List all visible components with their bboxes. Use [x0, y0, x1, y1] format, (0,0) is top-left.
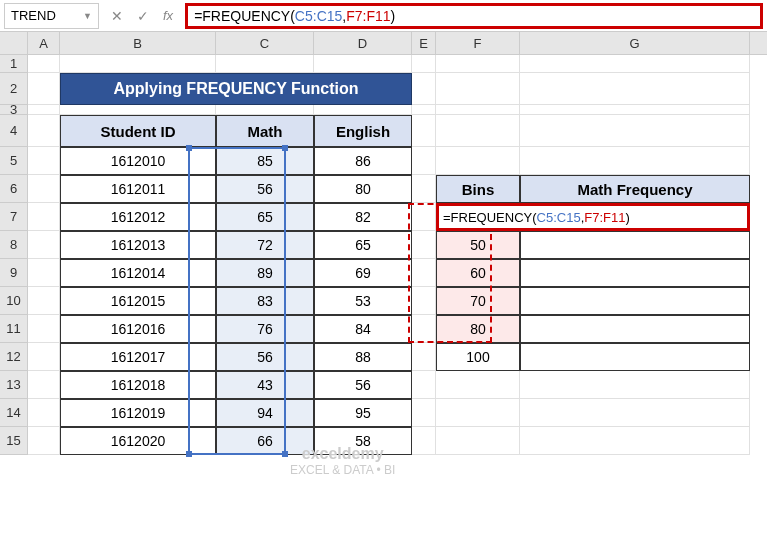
cell[interactable] — [28, 175, 60, 203]
cell[interactable] — [412, 203, 436, 231]
cell-english[interactable]: 82 — [314, 203, 412, 231]
cell-student-id[interactable]: 1612015 — [60, 287, 216, 315]
col-header-C[interactable]: C — [216, 32, 314, 54]
cell-bins[interactable]: 60 — [436, 259, 520, 287]
header-student-id[interactable]: Student ID — [60, 115, 216, 147]
cell[interactable] — [28, 399, 60, 427]
cell[interactable] — [28, 203, 60, 231]
cell-frequency[interactable] — [520, 343, 750, 371]
cell[interactable] — [412, 343, 436, 371]
cell[interactable] — [412, 371, 436, 399]
cell-math[interactable]: 72 — [216, 231, 314, 259]
cell[interactable] — [412, 427, 436, 455]
cell-english[interactable]: 84 — [314, 315, 412, 343]
row-header-15[interactable]: 15 — [0, 427, 28, 455]
enter-icon[interactable]: ✓ — [137, 8, 149, 24]
cell-student-id[interactable]: 1612019 — [60, 399, 216, 427]
cell-english[interactable]: 88 — [314, 343, 412, 371]
cell[interactable] — [314, 55, 412, 73]
row-header-12[interactable]: 12 — [0, 343, 28, 371]
header-english[interactable]: English — [314, 115, 412, 147]
cell-frequency[interactable] — [520, 259, 750, 287]
col-header-B[interactable]: B — [60, 32, 216, 54]
cell[interactable] — [520, 399, 750, 427]
row-header-1[interactable]: 1 — [0, 55, 28, 73]
cell-math[interactable]: 56 — [216, 175, 314, 203]
cell[interactable] — [216, 105, 314, 115]
cell[interactable] — [436, 115, 520, 147]
title-cell[interactable]: Applying FREQUENCY Function — [60, 73, 412, 105]
cell[interactable] — [28, 105, 60, 115]
cell[interactable] — [60, 105, 216, 115]
cell[interactable] — [28, 147, 60, 175]
cell[interactable] — [28, 231, 60, 259]
cell[interactable] — [28, 427, 60, 455]
col-header-A[interactable]: A — [28, 32, 60, 54]
cell-bins[interactable]: 50 — [436, 231, 520, 259]
cell[interactable] — [28, 115, 60, 147]
cell[interactable] — [60, 55, 216, 73]
select-all-corner[interactable] — [0, 32, 28, 54]
row-header-10[interactable]: 10 — [0, 287, 28, 315]
cell[interactable] — [520, 55, 750, 73]
cell[interactable] — [520, 427, 750, 455]
row-header-5[interactable]: 5 — [0, 147, 28, 175]
formula-input[interactable]: =FREQUENCY(C5:C15,F7:F11) — [185, 3, 763, 29]
cell-math[interactable]: 85 — [216, 147, 314, 175]
grid[interactable]: 1 2 Applying FREQUENCY Function 3 — [0, 55, 767, 455]
cell-student-id[interactable]: 1612010 — [60, 147, 216, 175]
cell-student-id[interactable]: 1612011 — [60, 175, 216, 203]
cell[interactable] — [436, 399, 520, 427]
cell-student-id[interactable]: 1612016 — [60, 315, 216, 343]
cell-student-id[interactable]: 1612013 — [60, 231, 216, 259]
cell-english[interactable]: 80 — [314, 175, 412, 203]
cell[interactable] — [436, 427, 520, 455]
cell-frequency[interactable] — [520, 315, 750, 343]
cell[interactable] — [412, 105, 436, 115]
header-math-frequency[interactable]: Math Frequency — [520, 175, 750, 203]
col-header-D[interactable]: D — [314, 32, 412, 54]
cell-math[interactable]: 83 — [216, 287, 314, 315]
row-header-4[interactable]: 4 — [0, 115, 28, 147]
row-header-9[interactable]: 9 — [0, 259, 28, 287]
cell[interactable] — [412, 399, 436, 427]
cell[interactable] — [412, 147, 436, 175]
cell-math[interactable]: 89 — [216, 259, 314, 287]
cell-student-id[interactable]: 1612012 — [60, 203, 216, 231]
cell[interactable] — [28, 315, 60, 343]
header-bins[interactable]: Bins — [436, 175, 520, 203]
cell-bins[interactable]: 80 — [436, 315, 520, 343]
cell[interactable] — [412, 231, 436, 259]
cell-math[interactable]: 43 — [216, 371, 314, 399]
row-header-13[interactable]: 13 — [0, 371, 28, 399]
cell-math[interactable]: 76 — [216, 315, 314, 343]
cell-english[interactable]: 58 — [314, 427, 412, 455]
row-header-3[interactable]: 3 — [0, 105, 28, 115]
cell[interactable] — [28, 371, 60, 399]
cell-student-id[interactable]: 1612014 — [60, 259, 216, 287]
cell-bins[interactable]: 100 — [436, 343, 520, 371]
row-header-8[interactable]: 8 — [0, 231, 28, 259]
cell[interactable] — [412, 175, 436, 203]
cell[interactable] — [436, 105, 520, 115]
cell-english[interactable]: 86 — [314, 147, 412, 175]
cell-english[interactable]: 69 — [314, 259, 412, 287]
fx-icon[interactable]: fx — [163, 8, 173, 23]
cell-english[interactable]: 56 — [314, 371, 412, 399]
row-header-2[interactable]: 2 — [0, 73, 28, 105]
cell[interactable] — [412, 55, 436, 73]
cell-english[interactable]: 53 — [314, 287, 412, 315]
chevron-down-icon[interactable]: ▼ — [83, 11, 92, 21]
cell[interactable] — [436, 147, 520, 175]
row-header-6[interactable]: 6 — [0, 175, 28, 203]
cell-math[interactable]: 94 — [216, 399, 314, 427]
cell[interactable] — [28, 73, 60, 105]
cell-math[interactable]: 66 — [216, 427, 314, 455]
cell[interactable] — [436, 371, 520, 399]
active-cell-formula[interactable]: =FREQUENCY(C5:C15,F7:F11) — [436, 203, 750, 231]
row-header-7[interactable]: 7 — [0, 203, 28, 231]
cell-english[interactable]: 65 — [314, 231, 412, 259]
name-box[interactable]: TREND ▼ — [4, 3, 99, 29]
cell[interactable] — [28, 259, 60, 287]
cell[interactable] — [412, 287, 436, 315]
